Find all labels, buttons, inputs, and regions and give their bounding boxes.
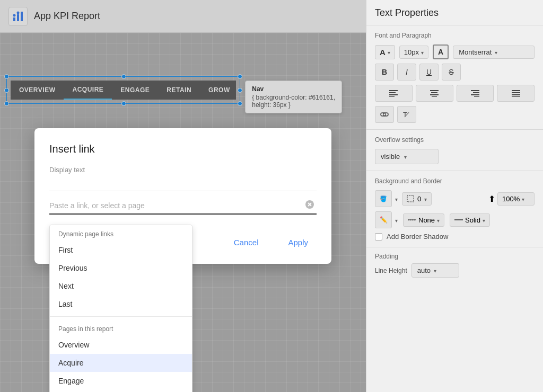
strikethrough-icon: S <box>449 68 453 76</box>
stroke-color-button[interactable]: ✏️ <box>375 211 392 228</box>
clear-format-button[interactable]: T <box>397 106 416 123</box>
overflow-label: Overflow settings <box>375 136 535 144</box>
font-size-button[interactable]: 10px <box>399 46 428 59</box>
text-color-chevron <box>388 48 390 56</box>
stroke-none-value: None <box>418 216 435 224</box>
overflow-row: visible <box>375 149 535 164</box>
align-left-button[interactable] <box>375 85 413 102</box>
italic-icon: I <box>406 68 408 76</box>
bold-icon: B <box>382 68 387 76</box>
font-family-icon-btn[interactable]: A <box>433 44 449 59</box>
font-paragraph-label: Font and Paragraph <box>375 32 535 39</box>
link-row: T <box>375 106 535 123</box>
bg-border-label: Background and Border <box>375 177 535 185</box>
url-row <box>49 198 317 215</box>
align-justify-button[interactable] <box>497 85 535 102</box>
line-height-label: Line Height <box>375 267 407 274</box>
dropdown-item-last[interactable]: Last <box>50 295 192 313</box>
dropdown-item-previous[interactable]: Previous <box>50 259 192 277</box>
bg-chevron <box>395 194 398 203</box>
dropdown-item-overview[interactable]: Overview <box>50 336 192 354</box>
overflow-select[interactable]: visible <box>375 149 439 164</box>
pencil-icon: ✏️ <box>380 216 388 224</box>
line-height-row: Line Height auto <box>375 263 535 278</box>
font-name-chevron <box>495 48 497 56</box>
cancel-button[interactable]: Cancel <box>225 234 267 251</box>
overflow-value: visible <box>381 153 400 161</box>
svg-rect-13 <box>431 92 437 93</box>
font-size-value: 10px <box>404 48 419 56</box>
font-paragraph-section: Font and Paragraph A 10px A Montserrat <box>366 25 543 130</box>
opacity-chevron <box>522 195 524 203</box>
svg-rect-17 <box>473 92 479 93</box>
stroke-style-button[interactable]: None <box>403 213 444 227</box>
bold-button[interactable]: B <box>375 64 394 81</box>
stroke-none-chevron <box>437 216 440 224</box>
svg-rect-21 <box>512 92 520 93</box>
display-text-label: Display text <box>49 166 317 174</box>
svg-rect-18 <box>471 94 479 95</box>
padding-section: Padding Line Height auto <box>366 247 543 283</box>
bg-color-row: 🪣 0 ⬆ 100% <box>375 190 535 207</box>
line-height-value: auto <box>417 266 431 274</box>
stroke-style-icon <box>408 217 416 222</box>
opacity-button[interactable]: 100% <box>497 192 535 206</box>
align-center-button[interactable] <box>416 85 453 102</box>
svg-rect-14 <box>430 94 439 95</box>
stroke-color-chevron <box>395 215 398 225</box>
padding-label: Padding <box>375 253 535 260</box>
svg-rect-16 <box>471 90 479 91</box>
modal-title: Insert link <box>49 143 317 155</box>
dropdown-item-next[interactable]: Next <box>50 277 192 295</box>
bg-border-section: Background and Border 🪣 0 ⬆ 100% <box>366 171 543 247</box>
text-color-icon: A <box>380 48 386 57</box>
insert-link-button[interactable] <box>375 106 394 123</box>
format-row: B I U S <box>375 64 535 81</box>
svg-rect-22 <box>512 94 520 95</box>
svg-rect-8 <box>389 90 398 91</box>
bg-color-button[interactable]: 🪣 <box>375 190 392 207</box>
url-input[interactable] <box>49 198 303 213</box>
stroke-row: ✏️ None Solid <box>375 211 535 228</box>
font-row-1: A 10px A Montserrat <box>375 44 535 59</box>
svg-rect-10 <box>389 94 398 95</box>
bucket-icon: 🪣 <box>380 195 387 202</box>
svg-rect-9 <box>389 92 396 93</box>
underline-button[interactable]: U <box>419 64 439 81</box>
svg-rect-12 <box>430 90 439 91</box>
strikethrough-button[interactable]: S <box>442 64 461 81</box>
shadow-label: Add Border Shadow <box>387 233 448 240</box>
text-color-button[interactable]: A <box>375 45 395 59</box>
right-panel: Text Properties Font and Paragraph A 10p… <box>366 0 543 392</box>
font-name-button[interactable]: Montserrat <box>453 46 535 59</box>
font-size-chevron <box>421 48 424 56</box>
overflow-chevron <box>404 153 407 161</box>
dropdown-list: Dynamic page links First Previous Next L… <box>49 225 192 392</box>
clear-url-button[interactable] <box>303 198 317 213</box>
align-row <box>375 85 535 102</box>
stroke-type-icon <box>454 217 463 222</box>
svg-rect-15 <box>432 96 437 97</box>
font-name-value: Montserrat <box>459 48 492 56</box>
apply-button[interactable]: Apply <box>279 234 317 251</box>
shadow-checkbox[interactable] <box>375 233 382 240</box>
dropdown-item-first[interactable]: First <box>50 241 192 259</box>
dropdown-item-acquire[interactable]: Acquire <box>50 354 192 372</box>
border-num-button[interactable]: 0 <box>402 192 432 206</box>
dropdown-item-engage[interactable]: Engage <box>50 372 192 390</box>
modal-overlay: Insert link Display text Dynamic page li… <box>0 0 366 392</box>
svg-rect-19 <box>474 96 479 97</box>
stroke-solid-chevron <box>483 216 485 224</box>
align-right-button[interactable] <box>457 85 494 102</box>
shadow-row: Add Border Shadow <box>375 233 535 240</box>
stroke-type-button[interactable]: Solid <box>450 213 490 227</box>
line-height-select[interactable]: auto <box>411 263 459 278</box>
border-icon <box>407 195 414 202</box>
svg-rect-20 <box>512 90 520 91</box>
italic-button[interactable]: I <box>397 64 416 81</box>
dropdown-item-retain[interactable]: Retain <box>50 390 192 392</box>
panel-title: Text Properties <box>366 0 543 25</box>
display-text-input[interactable] <box>49 176 317 191</box>
svg-rect-11 <box>389 96 395 97</box>
canvas-area: App KPI Report OVERVIEW ACQUIRE ENGAGE R… <box>0 0 366 392</box>
